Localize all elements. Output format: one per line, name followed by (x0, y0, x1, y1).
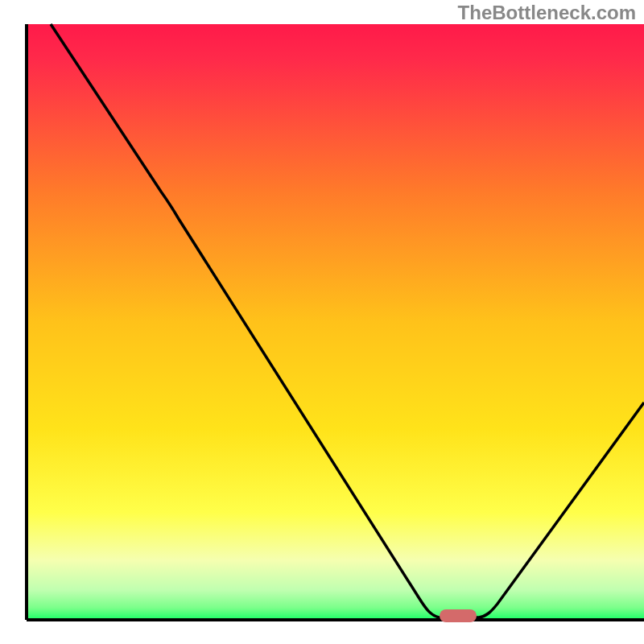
watermark-text: TheBottleneck.com (458, 2, 636, 24)
chart-container: TheBottleneck.com (0, 0, 644, 644)
optimal-marker (440, 609, 477, 622)
bottleneck-chart (0, 0, 644, 644)
